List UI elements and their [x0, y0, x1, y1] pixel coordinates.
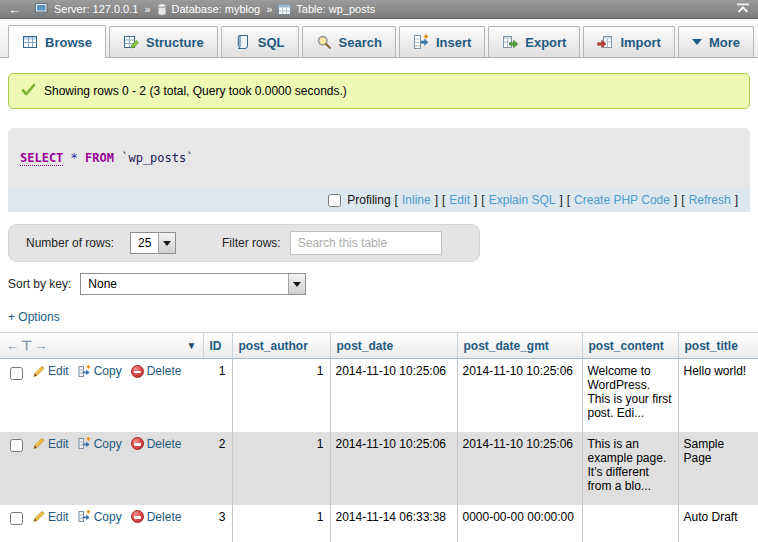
sql-keyword-select[interactable]: SELECT: [20, 151, 63, 166]
copy-link[interactable]: Copy: [94, 510, 122, 524]
edit-icon: [32, 510, 45, 523]
copy-link[interactable]: Copy: [94, 364, 122, 378]
create-php-code-link[interactable]: Create PHP Code: [574, 193, 670, 207]
edit-icon: [32, 437, 45, 450]
sort-by-key-value: None: [81, 274, 288, 294]
tab-search[interactable]: Search: [302, 26, 396, 57]
edit-link[interactable]: Edit: [48, 437, 69, 451]
import-icon: [597, 34, 613, 50]
breadcrumb-table[interactable]: Table: wp_posts: [278, 3, 375, 15]
query-result-message: Showing rows 0 - 2 (3 total, Query took …: [8, 73, 750, 109]
results-table: ←⊤→ ▼ ID post_author post_date post_date…: [0, 332, 758, 542]
options-toggle[interactable]: + Options: [8, 310, 60, 324]
view-tabs: Browse Structure SQL Search Insert Expor…: [0, 19, 758, 58]
bracket: [: [681, 193, 684, 207]
column-header-post-content[interactable]: post_content: [582, 333, 678, 359]
column-header-post-author[interactable]: post_author: [232, 333, 330, 359]
server-icon: [35, 3, 49, 16]
bracket: ]: [559, 193, 562, 207]
browse-icon: [22, 34, 38, 50]
check-icon: [21, 83, 36, 99]
cell-id: 1: [203, 359, 232, 432]
copy-icon: [78, 365, 91, 378]
tab-export[interactable]: Export: [488, 26, 580, 57]
breadcrumb-server[interactable]: Server: 127.0.0.1: [35, 3, 138, 16]
delete-link[interactable]: Delete: [147, 437, 182, 451]
bracket: [: [481, 193, 484, 207]
sql-table-name: `wp_posts`: [121, 151, 193, 165]
cell-post-date-gmt: 2014-11-10 10:25:06: [457, 359, 582, 432]
delete-link[interactable]: Delete: [147, 510, 182, 524]
cell-post-author: 1: [232, 359, 330, 432]
row-actions-cell: EditCopyDelete: [0, 359, 203, 432]
structure-icon: [123, 34, 139, 50]
cell-id: 2: [203, 432, 232, 505]
column-header-post-date[interactable]: post_date: [330, 333, 457, 359]
refresh-link[interactable]: Refresh: [689, 193, 731, 207]
breadcrumb-table-label[interactable]: Table: wp_posts: [296, 3, 375, 15]
bracket: [: [442, 193, 445, 207]
profiling-checkbox[interactable]: [328, 194, 341, 207]
bracket: ]: [435, 193, 438, 207]
cell-post-title: Hello world!: [678, 359, 758, 432]
tab-label: Structure: [146, 35, 204, 50]
delete-icon: [131, 510, 144, 523]
collapse-icon[interactable]: [736, 3, 750, 15]
select-arrow-icon: [288, 274, 305, 294]
message-text: Showing rows 0 - 2 (3 total, Query took …: [44, 84, 347, 98]
cell-post-author: 1: [232, 505, 330, 542]
tab-label: Import: [620, 35, 660, 50]
cell-post-date-gmt: 2014-11-10 10:25:06: [457, 432, 582, 505]
copy-link[interactable]: Copy: [94, 437, 122, 451]
tab-more[interactable]: More: [678, 26, 754, 57]
edit-link[interactable]: Edit: [48, 510, 69, 524]
delete-link[interactable]: Delete: [147, 364, 182, 378]
cell-id: 3: [203, 505, 232, 542]
cell-post-content: Welcome to WordPress. This is your first…: [582, 359, 678, 432]
delete-icon: [131, 365, 144, 378]
edit-query-link[interactable]: Edit: [449, 193, 470, 207]
column-header-id[interactable]: ID: [203, 333, 232, 359]
table-row: EditCopyDelete 1 1 2014-11-10 10:25:06 2…: [0, 359, 758, 432]
cell-post-date-gmt: 0000-00-00 00:00:00: [457, 505, 582, 542]
cell-post-title: Auto Draft: [678, 505, 758, 542]
cell-post-author: 1: [232, 432, 330, 505]
breadcrumb-separator: »: [144, 3, 150, 15]
inline-link[interactable]: Inline: [402, 193, 431, 207]
breadcrumb-database[interactable]: Database: myblog: [157, 3, 261, 16]
tab-label: More: [709, 35, 740, 50]
actions-dropdown-icon[interactable]: ▼: [187, 340, 197, 351]
tab-insert[interactable]: Insert: [399, 26, 485, 57]
insert-icon: [413, 34, 429, 50]
edit-link[interactable]: Edit: [48, 364, 69, 378]
row-checkbox[interactable]: [10, 512, 23, 525]
search-icon: [316, 34, 332, 50]
row-checkbox[interactable]: [10, 367, 23, 380]
column-header-post-date-gmt[interactable]: post_date_gmt: [457, 333, 582, 359]
tab-import[interactable]: Import: [583, 26, 674, 57]
breadcrumb-database-label[interactable]: Database: myblog: [172, 3, 261, 15]
number-of-rows-value: 25: [131, 233, 158, 253]
back-arrow-icon[interactable]: ←: [8, 3, 21, 16]
filter-rows-input[interactable]: [290, 231, 442, 255]
server-breadcrumb-bar: ← Server: 127.0.0.1 » Database: myblog »…: [0, 0, 758, 19]
sql-keyword-from: FROM: [85, 151, 114, 165]
row-checkbox[interactable]: [10, 439, 23, 452]
sort-by-key-select[interactable]: None: [80, 273, 306, 295]
sql-icon: [235, 34, 251, 50]
explain-sql-link[interactable]: Explain SQL: [489, 193, 556, 207]
query-box: SELECT * FROM `wp_posts` Profiling [ Inl…: [8, 128, 750, 212]
number-of-rows-label: Number of rows:: [26, 236, 114, 250]
column-swap-icons[interactable]: ←⊤→: [6, 338, 49, 353]
number-of-rows-select[interactable]: 25: [130, 232, 176, 254]
tab-label: SQL: [258, 35, 285, 50]
column-header-post-title[interactable]: post_title: [678, 333, 758, 359]
tab-browse[interactable]: Browse: [8, 25, 106, 58]
tab-structure[interactable]: Structure: [109, 26, 218, 57]
breadcrumb-server-label[interactable]: Server: 127.0.0.1: [54, 3, 138, 15]
bracket: [: [395, 193, 398, 207]
tab-sql[interactable]: SQL: [221, 26, 299, 57]
table-row: EditCopyDelete 2 1 2014-11-10 10:25:06 2…: [0, 432, 758, 505]
results-header-row: ←⊤→ ▼ ID post_author post_date post_date…: [0, 333, 758, 359]
delete-icon: [131, 437, 144, 450]
